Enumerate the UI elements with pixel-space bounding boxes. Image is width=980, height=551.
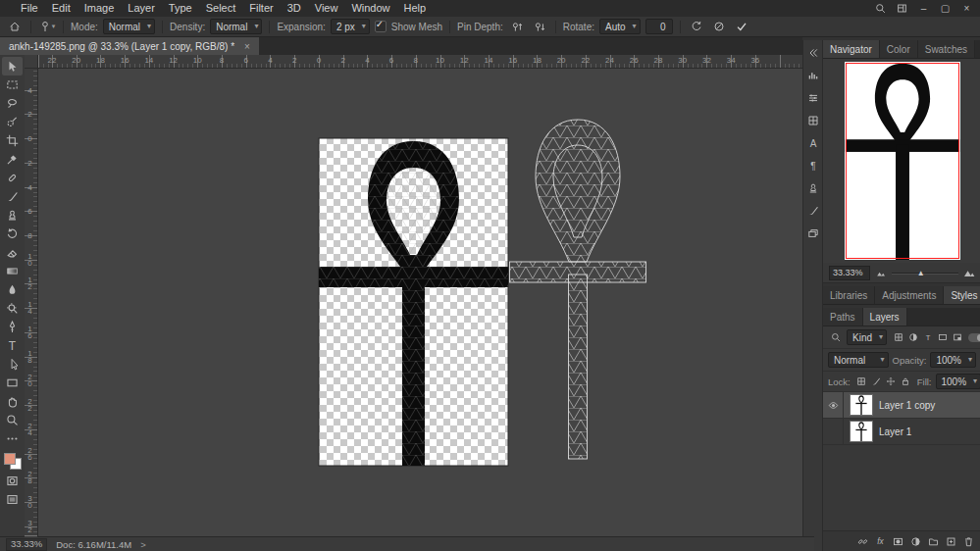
tab-libraries[interactable]: Libraries (823, 286, 875, 304)
canvas-area[interactable]: 2220181614121086420246810121416182022242… (25, 55, 802, 537)
ruler-horizontal[interactable]: 2220181614121086420246810121416182022242… (37, 55, 802, 69)
navigator-preview[interactable] (823, 59, 980, 263)
icon-btn-layer-style[interactable] (873, 534, 888, 548)
icon-btn-lock-position[interactable] (884, 375, 899, 388)
menu-item-3d[interactable]: 3D (281, 0, 308, 17)
menu-item-filter[interactable]: Filter (242, 0, 280, 17)
layer-name[interactable]: Layer 1 copy (879, 400, 935, 411)
panel-icon-histogram[interactable] (805, 68, 821, 82)
blend-mode-select[interactable]: Normal (828, 352, 889, 368)
panel-menu-icon[interactable] (975, 40, 980, 58)
icon-btn-adjustment-layers[interactable] (905, 330, 920, 344)
icon-btn-add-layer-mask[interactable] (891, 534, 905, 548)
tab-swatches[interactable]: Swatches (918, 40, 975, 58)
tool-gradient[interactable] (2, 262, 23, 280)
slider-thumb[interactable]: ▲ (917, 270, 925, 277)
tab-styles[interactable]: Styles (944, 286, 980, 304)
tool-crop[interactable] (2, 131, 23, 150)
pin-depth-down-button[interactable] (531, 19, 548, 34)
panel-icon-collapse-panels[interactable] (805, 45, 821, 60)
icon-btn-new-adjustment-layer[interactable] (908, 534, 923, 548)
color-swatches[interactable] (4, 453, 22, 470)
icon-btn-delete-layer[interactable] (961, 534, 976, 548)
menu-item-select[interactable]: Select (199, 0, 243, 17)
icon-btn-smart-objects[interactable] (950, 330, 964, 344)
workspace-icon[interactable] (892, 1, 912, 16)
fill-select[interactable]: 100% (936, 374, 980, 389)
home-button[interactable] (6, 19, 24, 34)
panel-icon-layer-comps[interactable] (805, 225, 821, 240)
puppet-warp-pin-icon[interactable]: ▾ (38, 19, 56, 34)
layer-visibility-toggle[interactable] (823, 392, 844, 418)
maximize-button[interactable]: ▢ (935, 1, 955, 16)
tool-eyedropper[interactable] (2, 150, 23, 169)
icon-btn-new-group[interactable] (926, 534, 941, 548)
quick-mask-button[interactable] (2, 472, 23, 490)
mode-select[interactable]: Normal (103, 19, 155, 34)
commit-warp-button[interactable] (733, 19, 750, 34)
tab-color[interactable]: Color (880, 40, 918, 58)
remove-all-pins-button[interactable] (688, 19, 705, 34)
panel-icon-paragraph[interactable] (805, 158, 821, 173)
tool-dodge[interactable] (2, 299, 23, 318)
icon-btn-pixel-layers[interactable] (891, 330, 905, 344)
pin-depth-up-button[interactable] (508, 19, 526, 34)
tool-rectangular-marquee[interactable] (2, 75, 23, 94)
document-canvas[interactable] (25, 55, 802, 537)
tool-horizontal-type[interactable] (2, 336, 23, 355)
cancel-warp-button[interactable] (710, 19, 728, 34)
tab-navigator[interactable]: Navigator (823, 40, 880, 58)
expansion-select[interactable]: 2 px (331, 19, 370, 34)
tab-paths[interactable]: Paths (823, 308, 863, 326)
menu-item-layer[interactable]: Layer (121, 0, 162, 17)
zoom-out-icon[interactable] (875, 267, 887, 278)
status-zoom-input[interactable]: 33.33% (6, 538, 47, 551)
search-icon[interactable] (870, 1, 891, 16)
icon-btn-lock-image-pixels[interactable] (869, 375, 884, 388)
menu-item-image[interactable]: Image (77, 0, 122, 17)
tool-move[interactable] (2, 57, 23, 75)
icon-btn-shape-layers[interactable] (935, 330, 950, 344)
screen-mode-button[interactable] (2, 490, 23, 509)
icon-btn-type-layers[interactable] (920, 330, 935, 344)
filter-toggle[interactable] (968, 333, 980, 342)
minimize-button[interactable]: – (913, 1, 934, 16)
tool-pen[interactable] (2, 318, 23, 336)
panel-icon-swatches[interactable] (805, 113, 821, 127)
tool-zoom[interactable] (2, 411, 23, 429)
tool-hand[interactable] (2, 392, 23, 411)
layer-thumbnail[interactable] (851, 395, 872, 415)
density-select[interactable]: Normal (210, 19, 262, 34)
panel-icon-color[interactable] (805, 90, 821, 105)
icon-btn-lock-transparent-pixels[interactable] (854, 375, 869, 388)
navigator-zoom-slider[interactable]: ▲ (892, 267, 958, 279)
ruler-vertical[interactable]: 642024681 01 21 41 61 82 02 22 42 62 83 … (25, 68, 38, 537)
puppet-warp-mesh-offset[interactable] (509, 118, 647, 460)
foreground-swatch[interactable] (4, 453, 16, 465)
tab-layers[interactable]: Layers (863, 308, 907, 326)
kind-select[interactable]: Kind (847, 329, 887, 345)
show-mesh-checkbox[interactable] (375, 21, 387, 32)
tool-brush[interactable] (2, 187, 23, 206)
status-expand-icon[interactable]: > (140, 539, 146, 550)
layer-visibility-toggle[interactable] (823, 419, 844, 444)
zoom-in-icon[interactable] (963, 267, 975, 278)
navigator-zoom-input[interactable]: 33.33% (829, 266, 870, 280)
tool-path-selection[interactable] (2, 355, 23, 374)
rotate-mode-select[interactable]: Auto (599, 19, 641, 34)
menu-item-edit[interactable]: Edit (45, 0, 77, 17)
layer-row-layer-1[interactable]: Layer 1 (823, 419, 980, 445)
ruler-corner[interactable] (25, 55, 38, 69)
icon-btn-lock-all[interactable] (899, 375, 913, 388)
edit-toolbar-button[interactable] (2, 429, 23, 448)
layer-thumbnail[interactable] (851, 422, 872, 441)
menu-item-help[interactable]: Help (397, 0, 434, 17)
close-button[interactable]: × (956, 1, 977, 16)
tab-close-icon[interactable]: × (244, 41, 250, 52)
tool-lasso[interactable] (2, 94, 23, 113)
document-tab[interactable]: ankh-149285.png @ 33.3% (Layer 1 copy, R… (0, 37, 259, 55)
menu-item-view[interactable]: View (308, 0, 345, 17)
panel-icon-character[interactable] (805, 135, 821, 150)
tool-quick-selection[interactable] (2, 113, 23, 131)
menu-item-type[interactable]: Type (162, 0, 199, 17)
